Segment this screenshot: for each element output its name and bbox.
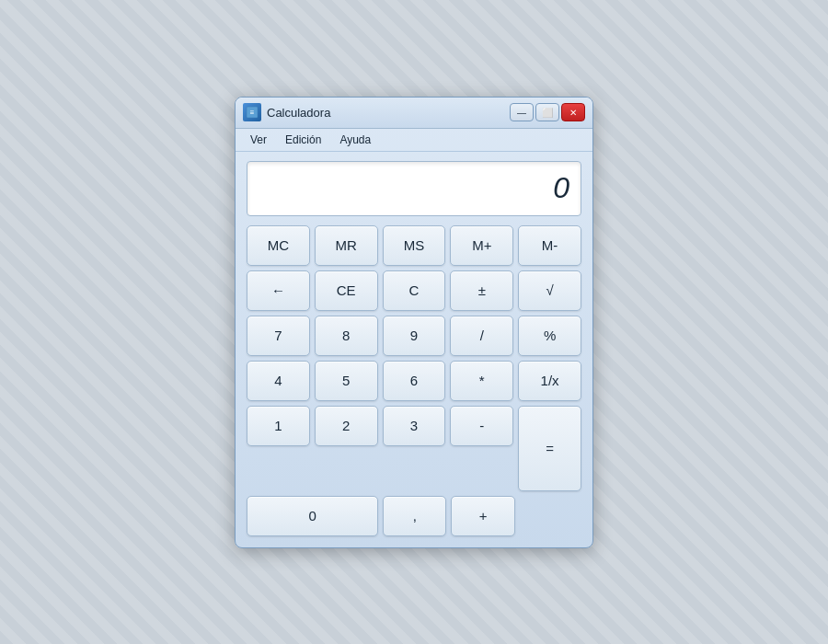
btn-0[interactable]: 0 [247, 496, 378, 536]
window-controls: — ⬜ ✕ [510, 103, 585, 121]
btn-reciprocal[interactable]: 1/x [518, 361, 581, 401]
btn-decimal[interactable]: , [383, 496, 446, 536]
app-icon: ≡ [243, 103, 261, 121]
maximize-button[interactable]: ⬜ [535, 103, 559, 121]
btn-plusminus[interactable]: ± [450, 270, 513, 311]
btn-mr[interactable]: MR [315, 225, 378, 266]
btn-mplus[interactable]: M+ [450, 225, 513, 266]
menu-ayuda[interactable]: Ayuda [332, 131, 378, 149]
btn-equals[interactable]: = [518, 406, 581, 491]
calculator-window: ≡ Calculadora — ⬜ ✕ Ver Edición Ayuda 0 … [235, 97, 593, 548]
btn-ce[interactable]: CE [315, 270, 378, 311]
btn-add[interactable]: + [451, 496, 514, 536]
memory-row: MC MR MS M+ M- [247, 225, 581, 266]
btn-9[interactable]: 9 [383, 316, 446, 356]
btn-mminus[interactable]: M- [518, 225, 581, 266]
menu-bar: Ver Edición Ayuda [236, 129, 592, 152]
btn-multiply[interactable]: * [450, 361, 513, 401]
minimize-button[interactable]: — [510, 103, 534, 121]
btn-1[interactable]: 1 [247, 406, 310, 446]
btn-5[interactable]: 5 [315, 361, 378, 401]
row-123: 1 2 3 - = [247, 406, 581, 491]
btn-subtract[interactable]: - [450, 406, 513, 446]
btn-mc[interactable]: MC [247, 225, 310, 266]
clear-row: ← CE C ± √ [247, 270, 581, 311]
display: 0 [247, 161, 581, 216]
btn-4[interactable]: 4 [247, 361, 310, 401]
btn-8[interactable]: 8 [315, 316, 378, 356]
menu-ver[interactable]: Ver [243, 131, 274, 149]
window-title: Calculadora [267, 106, 510, 120]
row-0: 0 , + [247, 496, 581, 536]
buttons-grid: MC MR MS M+ M- ← CE C ± √ 7 8 9 / % [247, 225, 581, 536]
btn-6[interactable]: 6 [383, 361, 446, 401]
close-button[interactable]: ✕ [561, 103, 585, 121]
display-value: 0 [553, 171, 569, 205]
btn-divide[interactable]: / [450, 316, 513, 356]
row-789: 7 8 9 / % [247, 316, 581, 356]
btn-backspace[interactable]: ← [247, 270, 310, 311]
svg-text:≡: ≡ [250, 109, 255, 117]
btn-2[interactable]: 2 [315, 406, 378, 446]
title-bar: ≡ Calculadora — ⬜ ✕ [236, 98, 592, 129]
btn-7[interactable]: 7 [247, 316, 310, 356]
menu-edicion[interactable]: Edición [278, 131, 328, 149]
btn-3[interactable]: 3 [383, 406, 446, 446]
btn-c[interactable]: C [383, 270, 446, 311]
btn-ms[interactable]: MS [383, 225, 446, 266]
btn-percent[interactable]: % [518, 316, 581, 356]
btn-sqrt[interactable]: √ [518, 270, 581, 311]
row-456: 4 5 6 * 1/x [247, 361, 581, 401]
calc-body: 0 MC MR MS M+ M- ← CE C ± √ 7 8 [236, 152, 592, 547]
